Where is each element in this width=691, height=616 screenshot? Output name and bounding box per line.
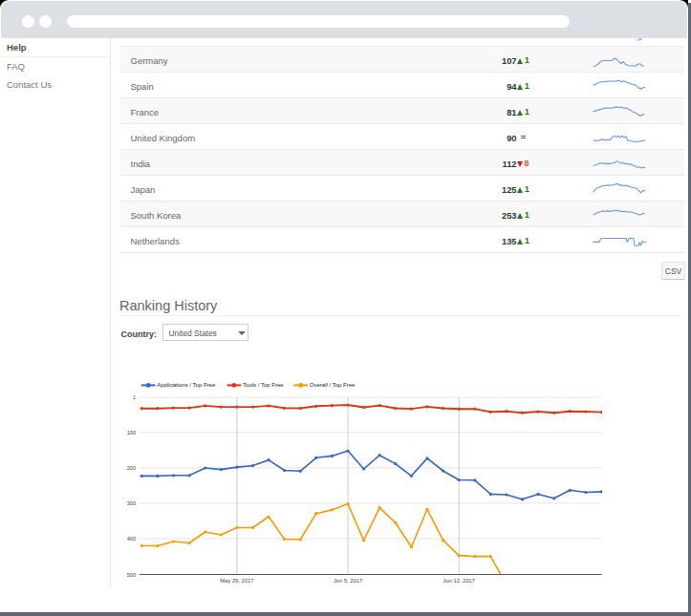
svg-text:500: 500 (127, 572, 136, 578)
svg-text:Jun 5, 2017: Jun 5, 2017 (334, 578, 362, 584)
svg-text:Overall / Top Free: Overall / Top Free (310, 382, 356, 388)
svg-text:Tools / Top Free: Tools / Top Free (243, 382, 284, 388)
svg-text:300: 300 (127, 500, 136, 506)
svg-text:100: 100 (127, 430, 136, 435)
svg-text:400: 400 (127, 536, 136, 542)
svg-text:1: 1 (133, 394, 136, 400)
svg-text:Applications / Top Free: Applications / Top Free (157, 382, 216, 388)
svg-text:May 29, 2017: May 29, 2017 (220, 578, 253, 584)
svg-text:Jun 12, 2017: Jun 12, 2017 (443, 578, 476, 584)
svg-text:200: 200 (127, 465, 136, 471)
